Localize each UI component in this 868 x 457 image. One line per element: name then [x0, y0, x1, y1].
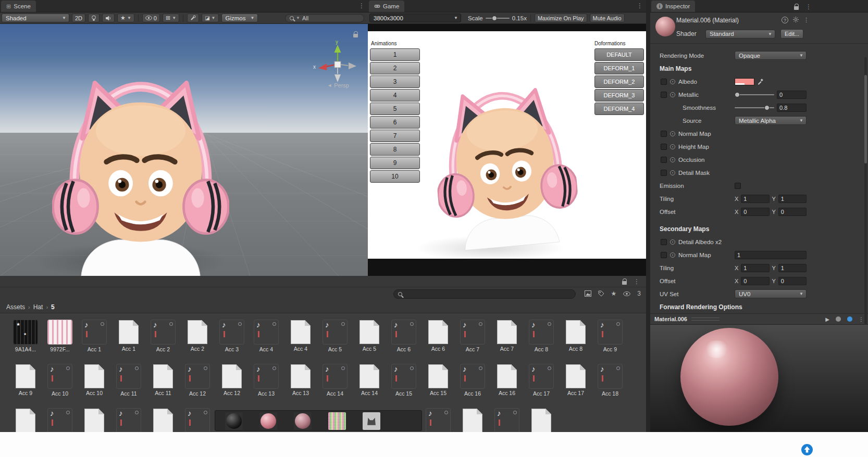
preview-drag-handle-icon[interactable] [691, 318, 720, 321]
scale-slider-knob[interactable] [492, 16, 497, 21]
scene-character[interactable] [52, 61, 229, 276]
asset-item[interactable]: ♪Acc 10 [43, 364, 77, 408]
asset-item[interactable]: Acc 7 [490, 320, 524, 364]
asset-item[interactable]: ♪Acc 11 [111, 364, 146, 408]
tab-scene[interactable]: ⊞ Scene [1, 1, 36, 12]
breadcrumb-current[interactable]: 5 [51, 303, 55, 311]
asset-item[interactable]: ♪ [111, 408, 146, 432]
asset-item[interactable]: Acc 5 [352, 320, 387, 364]
height-map-checkbox[interactable] [661, 144, 667, 150]
asset-item[interactable]: ♪Acc 18 [593, 364, 627, 408]
normal-map-checkbox[interactable] [661, 131, 667, 137]
preview-mesh-icon[interactable] [836, 316, 841, 322]
deformation-button-default[interactable]: DEFAULT [594, 48, 644, 61]
asset-item[interactable]: ♪Acc 9 [593, 320, 627, 364]
animation-button-2[interactable]: 2 [370, 62, 420, 74]
scene-visibility-button[interactable]: 0 [142, 14, 160, 22]
asset-item[interactable]: ♪ [43, 408, 77, 432]
tab-inspector[interactable]: i Inspector [651, 1, 695, 12]
asset-item[interactable]: ♪Acc 1 [77, 320, 111, 364]
smoothness-slider-knob[interactable] [764, 105, 770, 110]
scene-panel-menu-icon[interactable]: ⋮ [358, 2, 365, 9]
asset-item[interactable]: Acc 13 [283, 364, 318, 408]
asset-item[interactable]: 9972F... [43, 320, 77, 364]
albedo-color-swatch[interactable] [735, 78, 754, 85]
2d-toggle-button[interactable]: 2D [72, 14, 85, 22]
project-search-input[interactable] [393, 289, 576, 299]
sprite-packer-icon[interactable] [585, 290, 591, 297]
smoothness-value-field[interactable]: 0.8 [777, 104, 807, 112]
asset-item[interactable]: ♪Acc 2 [146, 320, 180, 364]
draw-mode-dropdown[interactable]: Shaded▼ [2, 14, 69, 22]
emission-checkbox[interactable] [735, 183, 741, 189]
asset-item[interactable]: ♪ [180, 408, 215, 432]
eyedropper-icon[interactable] [757, 78, 764, 85]
metallic-slider[interactable] [735, 94, 774, 95]
animation-button-9[interactable]: 9 [370, 157, 420, 169]
grid-dropdown-button[interactable]: ⊞▼ [163, 14, 179, 22]
albedo-checkbox[interactable] [661, 79, 667, 85]
asset-item[interactable]: ♪Acc 8 [524, 320, 559, 364]
asset-item[interactable]: ♪Acc 15 [387, 364, 421, 408]
asset-item[interactable] [146, 408, 180, 432]
offset-x-field[interactable]: 0 [741, 208, 769, 216]
asset-item[interactable]: Acc 1 [111, 320, 146, 364]
animation-button-5[interactable]: 5 [370, 103, 420, 115]
detail-mask-checkbox[interactable] [661, 170, 667, 176]
secondary-normal-value-field[interactable]: 1 [735, 251, 807, 259]
secondary-offset-y-field[interactable]: 0 [778, 277, 807, 285]
asset-item[interactable]: ♪Acc 16 [455, 364, 490, 408]
texture-slot-icon[interactable] [670, 252, 675, 258]
smoothness-slider[interactable] [735, 107, 774, 108]
asset-item[interactable]: Acc 8 [559, 320, 593, 364]
material-thumb-sphere-rose[interactable] [259, 412, 277, 430]
camera-settings-button[interactable]: ◪▼ [202, 14, 218, 22]
material-thumb-sphere-mauve[interactable] [294, 412, 312, 430]
animation-button-7[interactable]: 7 [370, 130, 420, 142]
maximize-on-play-button[interactable]: Maximize On Play [535, 14, 587, 22]
asset-item[interactable] [455, 408, 490, 432]
inspector-scrollbar[interactable] [864, 57, 867, 355]
effects-dropdown-button[interactable]: ★▼ [117, 14, 134, 22]
lock-icon[interactable] [353, 31, 358, 37]
preview-header[interactable]: Material.006 ▶ ⋮ [650, 313, 868, 325]
animation-button-1[interactable]: 1 [370, 48, 420, 61]
play-icon[interactable]: ▶ [825, 316, 829, 322]
texture-slot-icon[interactable] [670, 239, 675, 245]
deformation-button-deform_1[interactable]: DEFORM_1 [594, 62, 644, 74]
tiling-x-field[interactable]: 1 [741, 195, 769, 203]
asset-item[interactable]: Acc 15 [421, 364, 455, 408]
panel-splitter[interactable] [646, 0, 650, 432]
cloud-sync-badge-icon[interactable] [801, 443, 813, 456]
material-thumb-texture-cat[interactable] [363, 412, 380, 430]
texture-slot-icon[interactable] [670, 92, 675, 97]
gizmos-dropdown[interactable]: Gizmos▼ [221, 14, 258, 22]
material-thumb-texture-noise[interactable] [328, 412, 346, 430]
asset-item[interactable]: Acc 4 [283, 320, 318, 364]
mute-audio-button[interactable]: Mute Audio [590, 14, 625, 22]
occlusion-checkbox[interactable] [661, 157, 667, 163]
shader-dropdown[interactable]: Standard▼ [705, 30, 775, 39]
preview-menu-icon[interactable]: ⋮ [859, 316, 864, 322]
scene-search-input[interactable]: ▼ All [285, 14, 364, 22]
animation-button-4[interactable]: 4 [370, 89, 420, 101]
texture-slot-icon[interactable] [670, 144, 675, 149]
secondary-offset-x-field[interactable]: 0 [741, 277, 769, 285]
asset-item[interactable]: ♪Acc 3 [215, 320, 249, 364]
animation-button-10[interactable]: 10 [370, 170, 420, 183]
tools-button[interactable] [187, 14, 199, 22]
context-menu-icon[interactable]: ⋮ [803, 17, 809, 23]
asset-item[interactable] [8, 408, 43, 432]
projection-mode-toggle[interactable]: ◄ Persp [327, 82, 349, 88]
help-icon[interactable]: ? [782, 17, 788, 23]
asset-item[interactable]: Acc 11 [146, 364, 180, 408]
asset-item[interactable]: ♪Acc 13 [249, 364, 283, 408]
inspector-menu-icon[interactable]: ⋮ [805, 3, 812, 10]
deformation-button-deform_4[interactable]: DEFORM_4 [594, 103, 644, 115]
scale-slider[interactable] [486, 18, 510, 19]
asset-item[interactable] [524, 408, 559, 432]
asset-item[interactable]: ♪Acc 12 [180, 364, 215, 408]
asset-item[interactable]: ♪Acc 6 [387, 320, 421, 364]
material-preview-area[interactable] [650, 325, 868, 432]
audio-toggle-button[interactable] [102, 14, 115, 22]
